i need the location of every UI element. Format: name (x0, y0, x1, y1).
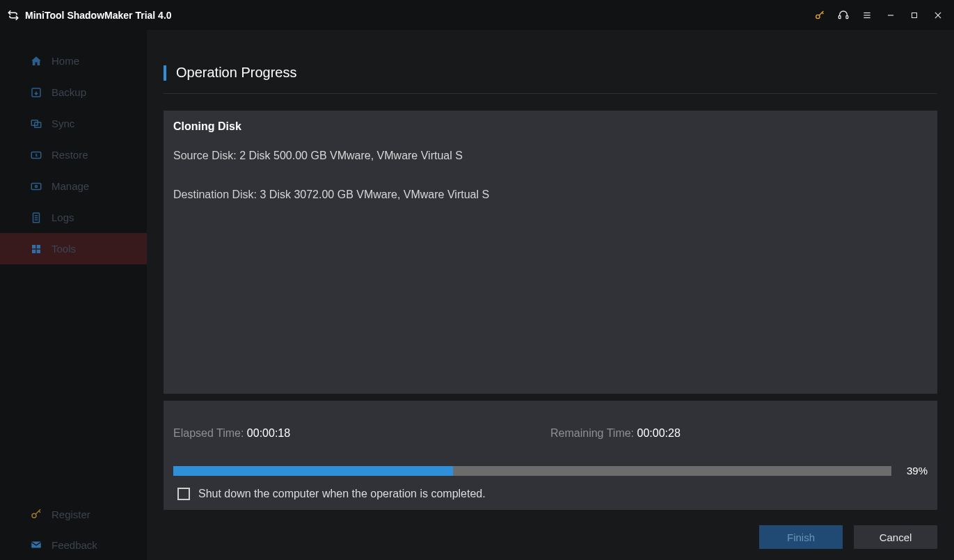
sidebar-item-manage[interactable]: Manage (0, 170, 147, 202)
remaining-time-label: Remaining Time: (550, 427, 634, 439)
time-row: Elapsed Time: 00:00:18 Remaining Time: 0… (173, 427, 928, 440)
app-root: MiniTool ShadowMaker Trial 4.0 Home (0, 0, 954, 560)
page-title: Operation Progress (176, 65, 296, 81)
sidebar-item-label: Home (51, 55, 79, 67)
progress-fill (173, 466, 453, 476)
maximize-button[interactable] (903, 5, 926, 26)
mail-icon (29, 538, 43, 552)
elapsed-time-value: 00:00:18 (247, 427, 290, 439)
finish-button[interactable]: Finish (759, 525, 843, 549)
sidebar-item-label: Logs (51, 211, 74, 223)
sidebar-item-feedback[interactable]: Feedback (0, 529, 147, 560)
status-panel: Elapsed Time: 00:00:18 Remaining Time: 0… (164, 401, 937, 510)
shutdown-label: Shut down the computer when the operatio… (198, 488, 486, 500)
svg-point-0 (816, 15, 820, 18)
button-row: Finish Cancel (147, 515, 954, 560)
sidebar-item-backup[interactable]: Backup (0, 77, 147, 108)
cancel-button[interactable]: Cancel (854, 525, 937, 549)
remaining-time: Remaining Time: 00:00:28 (550, 427, 928, 440)
svg-point-24 (32, 513, 36, 518)
destination-disk-value: 3 Disk 3072.00 GB VMware, VMware Virtual… (260, 189, 490, 200)
app-title: MiniTool ShadowMaker Trial 4.0 (25, 10, 172, 21)
svg-rect-22 (32, 249, 35, 253)
sidebar-item-label: Sync (51, 118, 74, 129)
sidebar: Home Backup Sync Restore Manage Logs (0, 30, 147, 560)
heading-accent (164, 65, 166, 81)
svg-rect-21 (37, 245, 40, 248)
app-logo-icon (7, 9, 19, 22)
key-icon (29, 507, 43, 521)
svg-rect-2 (846, 15, 848, 18)
sidebar-item-label: Manage (51, 180, 89, 192)
source-disk-row: Source Disk: 2 Disk 500.00 GB VMware, VM… (173, 150, 928, 162)
shutdown-row: Shut down the computer when the operatio… (173, 488, 928, 500)
tools-icon (29, 242, 43, 256)
destination-disk-row: Destination Disk: 3 Disk 3072.00 GB VMwa… (173, 189, 928, 201)
progress-percent: 39% (897, 465, 928, 477)
operation-title: Cloning Disk (173, 120, 928, 133)
elapsed-time-label: Elapsed Time: (173, 427, 244, 439)
sidebar-item-home[interactable]: Home (0, 45, 147, 77)
svg-point-15 (35, 185, 38, 187)
support-icon[interactable] (832, 5, 855, 26)
restore-icon (29, 148, 43, 162)
manage-icon (29, 179, 43, 193)
sidebar-item-label: Tools (51, 243, 76, 255)
svg-rect-7 (912, 13, 917, 17)
sidebar-item-label: Register (51, 509, 90, 520)
svg-rect-23 (37, 249, 40, 253)
menu-icon[interactable] (855, 5, 879, 26)
sidebar-item-label: Restore (51, 149, 88, 161)
progress-bar (173, 466, 891, 476)
sidebar-item-logs[interactable]: Logs (0, 202, 147, 233)
sidebar-item-label: Feedback (51, 539, 97, 551)
svg-rect-1 (838, 15, 841, 18)
divider (164, 93, 937, 94)
source-disk-value: 2 Disk 500.00 GB VMware, VMware Virtual … (239, 150, 463, 161)
sidebar-item-register[interactable]: Register (0, 499, 147, 529)
elapsed-time: Elapsed Time: 00:00:18 (173, 427, 550, 440)
sync-icon (29, 117, 43, 131)
svg-rect-14 (31, 183, 41, 189)
main-content: Operation Progress Cloning Disk Source D… (147, 30, 954, 560)
backup-icon (29, 86, 43, 99)
minimize-button[interactable] (879, 5, 903, 26)
remaining-time-value: 00:00:28 (637, 427, 681, 439)
sidebar-footer: Register Feedback (0, 499, 147, 560)
svg-rect-20 (32, 245, 35, 248)
progress-row: 39% (173, 465, 928, 477)
sidebar-item-label: Backup (51, 86, 86, 98)
operation-panel: Cloning Disk Source Disk: 2 Disk 500.00 … (164, 111, 937, 394)
source-disk-label: Source Disk: (173, 150, 237, 161)
body: Home Backup Sync Restore Manage Logs (0, 30, 954, 560)
logs-icon (29, 211, 43, 225)
sidebar-item-tools[interactable]: Tools (0, 233, 147, 264)
license-key-icon[interactable] (808, 5, 832, 26)
sidebar-item-sync[interactable]: Sync (0, 108, 147, 139)
destination-disk-label: Destination Disk: (173, 189, 257, 200)
page-heading: Operation Progress (164, 65, 937, 81)
shutdown-checkbox[interactable] (177, 488, 190, 500)
sidebar-item-restore[interactable]: Restore (0, 139, 147, 170)
close-button[interactable] (926, 5, 950, 26)
home-icon (29, 54, 43, 68)
titlebar: MiniTool ShadowMaker Trial 4.0 (0, 0, 954, 30)
